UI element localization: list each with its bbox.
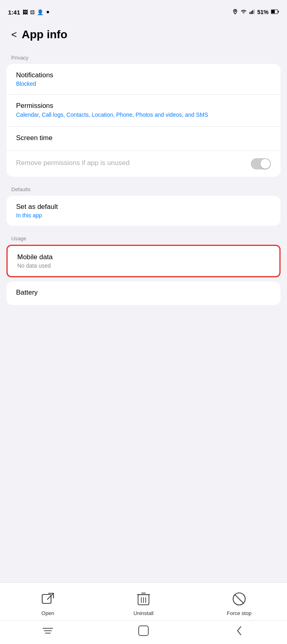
block-icon (230, 590, 248, 608)
toggle-knob (260, 159, 270, 169)
mobile-data-subtitle: No data used (17, 262, 270, 269)
svg-rect-7 (271, 10, 275, 13)
privacy-card: Notifications Blocked Permissions Calend… (6, 64, 281, 177)
back-button[interactable]: < (11, 29, 17, 40)
wifi-icon (240, 9, 247, 16)
status-bar: 1:41 🖼 ⊡ 👤 51% (0, 0, 287, 24)
trash-icon (135, 590, 152, 608)
status-time: 1:41 (8, 9, 20, 16)
nav-back[interactable] (229, 625, 249, 637)
bottom-bar: Open Uninstall (0, 582, 287, 644)
svg-rect-2 (251, 11, 252, 14)
action-buttons-row: Open Uninstall (0, 583, 287, 620)
notif-icon-3: 👤 (37, 9, 43, 15)
uninstall-button[interactable]: Uninstall (127, 590, 160, 616)
svg-rect-6 (278, 10, 279, 12)
notifications-item[interactable]: Notifications Blocked (6, 64, 281, 95)
signal-icon (249, 9, 255, 16)
notif-icon-2: ⊡ (30, 9, 35, 15)
svg-rect-3 (252, 10, 253, 14)
remove-permissions-title: Remove permissions if app is unused (16, 159, 251, 167)
set-default-title: Set as default (16, 203, 271, 211)
remove-permissions-item[interactable]: Remove permissions if app is unused (6, 151, 281, 177)
svg-rect-18 (139, 626, 148, 636)
mobile-data-title: Mobile data (17, 253, 270, 261)
screen-time-item[interactable]: Screen time (6, 127, 281, 151)
nav-recents[interactable] (38, 625, 58, 637)
mobile-data-item[interactable]: Mobile data No data used (6, 245, 281, 277)
set-default-item[interactable]: Set as default In this app (6, 196, 281, 226)
svg-rect-1 (250, 12, 250, 14)
nav-home[interactable] (133, 625, 154, 637)
remove-permissions-toggle[interactable] (251, 158, 271, 169)
open-icon (39, 590, 57, 608)
open-button[interactable]: Open (32, 590, 64, 616)
svg-line-14 (235, 594, 244, 603)
battery-icon (271, 9, 279, 16)
permissions-subtitle: Calendar, Call logs, Contacts, Location,… (16, 111, 271, 119)
page-header: < App info (0, 24, 287, 49)
location-icon (232, 9, 238, 16)
battery-percent: 51% (257, 9, 269, 15)
force-stop-button[interactable]: Force stop (223, 590, 255, 616)
uninstall-label: Uninstall (133, 610, 154, 616)
notif-icon-1: 🖼 (23, 9, 28, 15)
notifications-title: Notifications (16, 71, 271, 79)
privacy-section-label: Privacy (0, 49, 287, 64)
permissions-title: Permissions (16, 102, 271, 110)
svg-rect-8 (42, 594, 51, 603)
notif-dot (47, 11, 49, 13)
permissions-item[interactable]: Permissions Calendar, Call logs, Contact… (6, 95, 281, 127)
usage-section-label: Usage (0, 230, 287, 245)
svg-point-0 (235, 10, 236, 11)
system-nav (0, 620, 287, 644)
screen-time-title: Screen time (16, 134, 271, 142)
defaults-section-label: Defaults (0, 181, 287, 196)
open-label: Open (41, 610, 54, 616)
set-default-subtitle: In this app (16, 212, 271, 219)
status-time-area: 1:41 🖼 ⊡ 👤 (8, 9, 49, 16)
battery-title: Battery (16, 289, 271, 297)
battery-item[interactable]: Battery (6, 281, 281, 305)
defaults-card: Set as default In this app (6, 196, 281, 226)
page-title: App info (22, 28, 68, 41)
notifications-subtitle: Blocked (16, 80, 271, 87)
svg-rect-4 (254, 9, 254, 14)
force-stop-label: Force stop (227, 610, 251, 616)
status-right-area: 51% (232, 9, 279, 16)
battery-card: Battery (6, 281, 281, 305)
